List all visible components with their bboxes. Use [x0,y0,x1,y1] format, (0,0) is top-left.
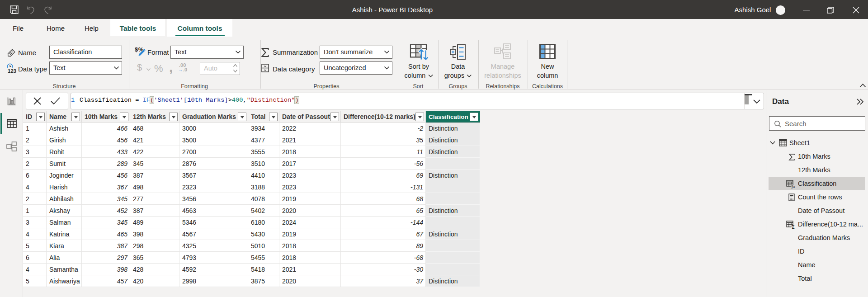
svg-text:Σ: Σ [792,225,795,230]
svg-text:123: 123 [8,68,16,74]
svg-text:fx: fx [792,184,795,189]
